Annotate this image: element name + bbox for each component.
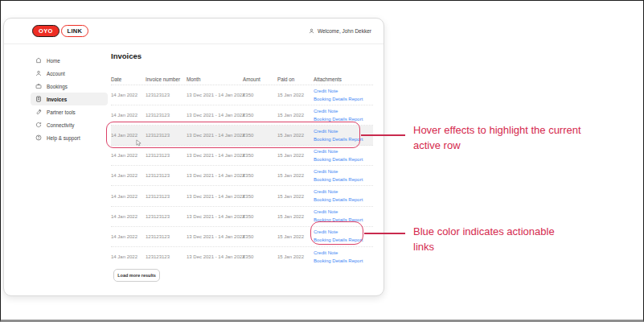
- table-row[interactable]: 14 Jan 202212312312313 Dec 2021 - 14 Jan…: [111, 146, 373, 166]
- cell-month: 13 Dec 2021 - 14 Jan 2022: [187, 113, 243, 118]
- hover-annotation-note: Hover effects to highlight the current a…: [413, 122, 581, 153]
- invoice-document-icon: [35, 96, 42, 102]
- cell-date: 14 Jan 2022: [111, 153, 146, 158]
- sidebar-nav: Home Account Bookings Invoices Partner t…: [31, 54, 108, 144]
- cell-invoice-number: 123123123: [146, 254, 187, 259]
- cell-invoice-number: 123123123: [146, 194, 187, 199]
- sidebar-item-label: Account: [47, 71, 65, 76]
- cell-paid-on: 15 Jan 2022: [277, 93, 314, 97]
- column-header-amount: Amount: [243, 76, 277, 82]
- sidebar-item-label: Help & support: [47, 135, 80, 141]
- cell-amount: €350: [243, 93, 277, 97]
- cell-paid-on: 15 Jan 2022: [277, 173, 314, 178]
- sidebar-item-connectivity[interactable]: Connectivity: [31, 118, 108, 131]
- cell-date: 14 Jan 2022: [111, 234, 146, 239]
- table-row[interactable]: 14 Jan 202212312312313 Dec 2021 - 14 Jan…: [111, 227, 373, 247]
- cell-amount: €350: [243, 173, 277, 178]
- link-logo-badge: LINK: [61, 25, 89, 38]
- home-icon: [35, 57, 42, 64]
- table-row[interactable]: 14 Jan 202212312312313 Dec 2021 - 14 Jan…: [111, 207, 373, 227]
- booking-details-report-link[interactable]: Booking Details Report: [314, 177, 373, 183]
- booking-details-report-link[interactable]: Booking Details Report: [314, 137, 373, 142]
- credit-note-link[interactable]: Credit Note: [314, 169, 373, 175]
- links-annotation-note: Blue color indicates actionable links: [413, 224, 555, 254]
- hover-annotation-note-line: active row: [413, 138, 581, 153]
- cell-amount: €350: [243, 234, 277, 239]
- links-annotation-note-line: Blue color indicates actionable: [413, 224, 555, 239]
- table-row[interactable]: 14 Jan 202212312312313 Dec 2021 - 14 Jan…: [111, 105, 373, 126]
- cell-attachments: Credit NoteBooking Details Report: [314, 166, 373, 185]
- booking-details-report-link[interactable]: Booking Details Report: [314, 97, 373, 102]
- table-row[interactable]: 14 Jan 202212312312313 Dec 2021 - 14 Jan…: [111, 166, 373, 186]
- sidebar-item-label: Connectivity: [47, 122, 74, 128]
- cell-attachments: Credit NoteBooking Details Report: [314, 146, 373, 165]
- table-row[interactable]: 14 Jan 202212312312313 Dec 2021 - 14 Jan…: [111, 85, 373, 105]
- credit-note-link[interactable]: Credit Note: [314, 209, 373, 215]
- cell-date: 14 Jan 2022: [111, 194, 146, 199]
- cell-date: 14 Jan 2022: [111, 173, 146, 178]
- cell-paid-on: 15 Jan 2022: [277, 194, 314, 199]
- table-row[interactable]: 14 Jan 202212312312313 Dec 2021 - 14 Jan…: [111, 247, 373, 267]
- booking-details-report-link[interactable]: Booking Details Report: [314, 258, 373, 264]
- sidebar-item-label: Invoices: [47, 97, 67, 102]
- user-icon: [309, 28, 314, 34]
- column-header-attachments: Attachments: [314, 76, 373, 82]
- cell-amount: €350: [243, 194, 277, 199]
- cell-attachments: Credit NoteBooking Details Report: [314, 247, 373, 267]
- mouse-cursor-icon: [135, 136, 142, 144]
- cell-attachments: Credit NoteBooking Details Report: [314, 85, 373, 105]
- credit-note-link[interactable]: Credit Note: [314, 129, 373, 134]
- sidebar-item-home[interactable]: Home: [31, 54, 108, 67]
- load-more-results-button[interactable]: Load more results: [113, 269, 160, 282]
- credit-note-link[interactable]: Credit Note: [314, 250, 373, 256]
- sidebar-item-help-support[interactable]: Help & support: [31, 131, 108, 144]
- cell-amount: €350: [243, 214, 277, 219]
- booking-details-report-link[interactable]: Booking Details Report: [314, 117, 373, 122]
- column-header-paid-on: Paid on: [277, 76, 314, 82]
- column-header-invoice-number: Invoice number: [146, 76, 187, 82]
- briefcase-icon: [35, 83, 42, 89]
- column-header-date: Date: [111, 76, 146, 82]
- cell-month: 13 Dec 2021 - 14 Jan 2022: [187, 93, 243, 97]
- welcome-text: Welcome, John Dekker: [318, 28, 371, 34]
- sidebar-item-account[interactable]: Account: [31, 67, 108, 80]
- sidebar-item-bookings[interactable]: Bookings: [31, 80, 108, 93]
- booking-details-report-link[interactable]: Booking Details Report: [314, 157, 373, 163]
- page-title: Invoices: [111, 52, 142, 60]
- cell-date: 14 Jan 2022: [111, 93, 146, 97]
- credit-note-link[interactable]: Credit Note: [314, 89, 373, 94]
- table-row[interactable]: 14 Jan 202212312312313 Dec 2021 - 14 Jan…: [111, 126, 373, 146]
- cell-month: 13 Dec 2021 - 14 Jan 2022: [187, 234, 243, 239]
- cell-paid-on: 15 Jan 2022: [277, 234, 314, 239]
- cell-month: 13 Dec 2021 - 14 Jan 2022: [187, 194, 243, 199]
- cell-attachments: Credit NoteBooking Details Report: [314, 227, 373, 246]
- cell-attachments: Credit NoteBooking Details Report: [314, 186, 373, 205]
- cell-amount: €350: [243, 254, 277, 259]
- user-welcome[interactable]: Welcome, John Dekker: [309, 28, 371, 34]
- cell-attachments: Credit NoteBooking Details Report: [314, 126, 373, 145]
- cell-invoice-number: 123123123: [146, 214, 187, 219]
- sidebar-item-label: Bookings: [47, 84, 68, 89]
- cell-month: 13 Dec 2021 - 14 Jan 2022: [187, 173, 243, 178]
- person-icon: [35, 70, 42, 76]
- sidebar-item-label: Partner tools: [47, 109, 76, 115]
- credit-note-link[interactable]: Credit Note: [314, 109, 373, 114]
- credit-note-link[interactable]: Credit Note: [314, 189, 373, 195]
- sidebar-item-invoices[interactable]: Invoices: [31, 93, 108, 105]
- oyo-link-logo: OYO LINK: [32, 25, 88, 38]
- top-bar: OYO LINK Welcome, John Dekker: [4, 19, 384, 44]
- booking-details-report-link[interactable]: Booking Details Report: [314, 237, 373, 243]
- booking-details-report-link[interactable]: Booking Details Report: [314, 217, 373, 223]
- oyo-logo-badge: OYO: [32, 25, 59, 38]
- credit-note-link[interactable]: Credit Note: [314, 229, 373, 235]
- invoices-table: Date Invoice number Month Amount Paid on…: [111, 73, 373, 267]
- booking-details-report-link[interactable]: Booking Details Report: [314, 197, 373, 203]
- cell-paid-on: 15 Jan 2022: [277, 113, 314, 118]
- question-circle-icon: [35, 134, 42, 141]
- sidebar-item-partner-tools[interactable]: Partner tools: [31, 105, 108, 118]
- table-row[interactable]: 14 Jan 202212312312313 Dec 2021 - 14 Jan…: [111, 186, 373, 206]
- credit-note-link[interactable]: Credit Note: [314, 149, 373, 155]
- cell-date: 14 Jan 2022: [111, 254, 146, 259]
- cell-amount: €350: [243, 133, 277, 138]
- cell-invoice-number: 123123123: [146, 153, 187, 158]
